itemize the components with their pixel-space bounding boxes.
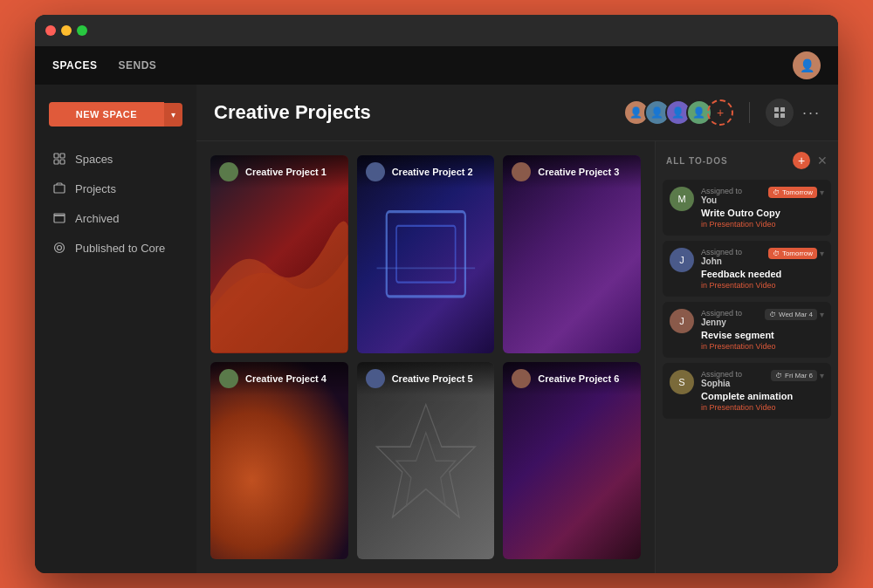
project-name-2: Creative Project 2 [392,167,473,177]
project-card-2[interactable]: Creative Project 2 [357,155,495,353]
project-card-5[interactable]: Creative Project 5 [357,362,495,560]
todo-task-2: Revise segment [701,330,824,340]
todo-content-1: Assigned to John ⏱ Tomorrow ▾ [701,248,824,290]
project-name-3: Creative Project 3 [538,167,619,177]
todo-expand-0[interactable]: ▾ [820,188,824,197]
sidebar-label-archived: Archived [75,212,120,225]
svg-rect-13 [386,212,464,297]
todo-top-row-0: Assigned to You ⏱ Tomorrow ▾ [701,187,824,206]
clock-icon-3: ⏱ [775,372,782,379]
todo-expand-2[interactable]: ▾ [820,310,824,319]
sidebar-item-published[interactable]: Published to Core [35,233,196,263]
project-card-1[interactable]: Creative Project 1 [210,155,348,353]
svg-rect-6 [54,214,65,215]
spaces-icon [52,152,66,166]
project-name-4: Creative Project 4 [245,373,327,384]
svg-rect-5 [54,215,65,222]
project-card-4[interactable]: Creative Project 4 [210,362,348,560]
close-todos-button[interactable]: ✕ [817,154,828,168]
add-collaborator-button[interactable]: + [707,99,733,126]
svg-rect-9 [774,107,779,112]
svg-rect-2 [54,160,58,164]
new-space-button[interactable]: NEW SPACE [49,102,164,126]
project-avatar-1 [219,162,238,181]
todo-assigned-who-3: Sophia [701,379,742,389]
nav-links: SPACES SENDS [52,59,156,72]
todos-header: ALL TO-DOS + ✕ [656,141,838,176]
more-options-button[interactable]: ··· [802,104,821,122]
clock-icon-0: ⏱ [773,188,780,196]
svg-rect-10 [780,107,785,112]
todo-avatar-0: M [670,187,694,211]
todo-date-3: ⏱ Fri Mar 6 [771,370,817,381]
todo-item-1: J Assigned to John ⏱ [663,241,831,297]
new-space-dropdown[interactable]: ▾ [164,103,182,126]
user-avatar[interactable]: 👤 [793,51,821,79]
todo-project-0: in Presentation Video [701,220,824,229]
todo-item-0: M Assigned to You ⏱ [663,180,831,236]
svg-rect-0 [54,154,58,158]
sidebar-item-projects[interactable]: Projects [35,174,196,203]
close-dot[interactable] [45,25,56,36]
todo-project-3: in Presentation Video [701,403,824,412]
svg-rect-11 [774,113,779,118]
sidebar-item-spaces[interactable]: Spaces [35,144,196,174]
nav-sends[interactable]: SENDS [118,59,156,72]
todo-date-2: ⏱ Wed Mar 4 [765,309,817,320]
todo-assigned-label-2: Assigned to [701,309,742,318]
todo-top-row-3: Assigned to Sophia ⏱ Fri Mar 6 ▾ [701,370,824,389]
svg-point-8 [58,246,62,250]
todo-assigned-label-1: Assigned to [701,248,742,256]
project-card-3[interactable]: Creative Project 3 [503,155,641,353]
minimize-dot[interactable] [61,25,72,36]
todo-assigned-label-0: Assigned to [701,187,742,195]
sidebar-label-projects: Projects [75,182,116,195]
sidebar-item-archived[interactable]: Archived [35,203,196,233]
todo-item-3: S Assigned to Sophia ⏱ [663,363,831,419]
todo-assigned-block-1: Assigned to John [701,248,742,267]
todos-actions: + ✕ [793,152,828,169]
nav-spaces[interactable]: SPACES [52,59,97,72]
titlebar [35,15,838,46]
project-name-1: Creative Project 1 [245,167,327,177]
svg-rect-3 [60,160,65,164]
sidebar-label-spaces: Spaces [75,153,113,166]
content-area: Creative Projects 👤 👤 👤 👤 + [196,85,838,573]
header-divider [749,102,750,123]
todo-date-1: ⏱ Tomorrow [768,248,817,259]
content-header: Creative Projects 👤 👤 👤 👤 + [196,85,838,141]
svg-rect-14 [396,226,456,283]
projects-grid: Creative Project 1 Creative Project 2 [196,141,655,573]
expand-dot[interactable] [77,25,87,36]
todo-assigned-block-0: Assigned to You [701,187,742,206]
archived-icon [52,211,66,225]
add-todo-button[interactable]: + [793,152,810,169]
todo-top-row-1: Assigned to John ⏱ Tomorrow ▾ [701,248,824,267]
project-label-3: Creative Project 3 [503,155,641,188]
header-actions: 👤 👤 👤 👤 + [623,99,821,126]
project-card-6[interactable]: Creative Project 6 [503,362,641,560]
svg-point-7 [55,243,65,253]
project-name-5: Creative Project 5 [392,373,473,384]
todo-expand-3[interactable]: ▾ [820,371,824,380]
project-label-5: Creative Project 5 [357,362,495,395]
todo-assigned-who-0: You [701,195,742,206]
todo-assigned-who-1: John [701,256,742,267]
todo-top-row-2: Assigned to Jenny ⏱ Wed Mar 4 ▾ [701,309,824,328]
svg-rect-12 [780,113,785,118]
project-label-1: Creative Project 1 [210,155,348,188]
todo-content-2: Assigned to Jenny ⏱ Wed Mar 4 ▾ [701,309,824,351]
todo-list: M Assigned to You ⏱ [656,176,838,573]
project-label-6: Creative Project 6 [503,362,641,395]
todo-expand-1[interactable]: ▾ [820,249,824,258]
clock-icon-2: ⏱ [769,311,776,318]
project-label-4: Creative Project 4 [210,362,348,395]
svg-marker-16 [376,404,475,516]
project-avatar-2 [366,162,385,181]
project-avatar-5 [366,369,385,388]
todo-project-1: in Presentation Video [701,281,824,290]
sidebar: NEW SPACE ▾ Spaces [35,85,196,573]
new-space-btn-group: NEW SPACE ▾ [49,102,182,126]
project-avatar-6 [512,369,531,388]
view-toggle-button[interactable] [766,99,794,126]
